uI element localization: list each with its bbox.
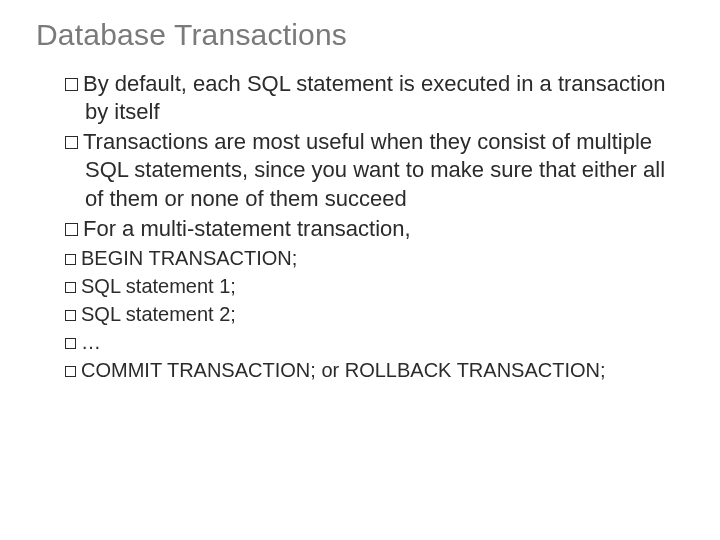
square-bullet-icon bbox=[65, 282, 76, 293]
bullet-list: By default, each SQL statement is execut… bbox=[36, 70, 684, 383]
bullet-level1: For a multi-statement transaction, bbox=[36, 215, 684, 243]
bullet-level2: SQL statement 2; bbox=[36, 301, 684, 327]
bullet-level2: BEGIN TRANSACTION; bbox=[36, 245, 684, 271]
bullet-level2: … bbox=[36, 329, 684, 355]
square-bullet-icon bbox=[65, 254, 76, 265]
square-bullet-icon bbox=[65, 78, 78, 91]
bullet-text: SQL statement 2; bbox=[81, 303, 236, 325]
slide-title: Database Transactions bbox=[36, 18, 684, 52]
bullet-text: For a multi-statement transaction, bbox=[83, 216, 411, 241]
square-bullet-icon bbox=[65, 366, 76, 377]
bullet-text: … bbox=[81, 331, 101, 353]
bullet-level1: By default, each SQL statement is execut… bbox=[36, 70, 684, 126]
square-bullet-icon bbox=[65, 310, 76, 321]
bullet-level1: Transactions are most useful when they c… bbox=[36, 128, 684, 212]
bullet-text: BEGIN TRANSACTION; bbox=[81, 247, 297, 269]
bullet-level2: SQL statement 1; bbox=[36, 273, 684, 299]
bullet-text: COMMIT TRANSACTION; or ROLLBACK TRANSACT… bbox=[81, 359, 606, 381]
bullet-text: Transactions are most useful when they c… bbox=[83, 129, 665, 210]
bullet-text: By default, each SQL statement is execut… bbox=[83, 71, 666, 124]
square-bullet-icon bbox=[65, 338, 76, 349]
square-bullet-icon bbox=[65, 223, 78, 236]
bullet-level2: COMMIT TRANSACTION; or ROLLBACK TRANSACT… bbox=[36, 357, 684, 383]
square-bullet-icon bbox=[65, 136, 78, 149]
bullet-text: SQL statement 1; bbox=[81, 275, 236, 297]
